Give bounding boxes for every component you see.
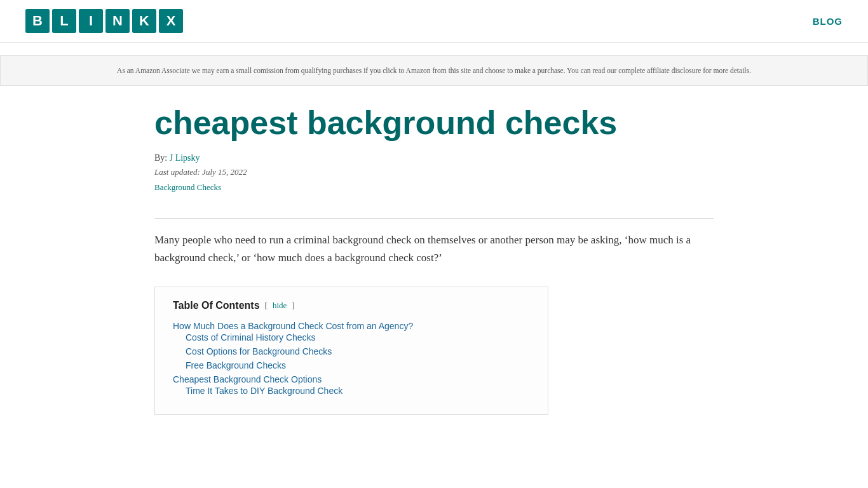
category-link[interactable]: Background Checks	[154, 182, 221, 193]
toc-item: Cheapest Background Check OptionsTime It…	[173, 374, 530, 396]
affiliate-text: As an Amazon Associate we may earn a sma…	[117, 67, 751, 74]
toc-sub-item: Costs of Criminal History Checks	[186, 332, 530, 343]
toc-sub-item: Free Background Checks	[186, 360, 530, 371]
intro-paragraph: Many people who need to run a criminal b…	[154, 231, 714, 268]
toc-close-bracket: ]	[292, 301, 294, 311]
logo-letter-x: X	[159, 9, 183, 33]
toc-sub-link[interactable]: Time It Takes to DIY Background Check	[186, 386, 342, 396]
toc-open-bracket: [	[265, 301, 268, 311]
toc-link[interactable]: How Much Does a Background Check Cost fr…	[173, 321, 413, 331]
author-prefix: By:	[154, 153, 170, 163]
toc-title: Table Of Contents	[173, 300, 260, 311]
author-link[interactable]: J Lipsky	[170, 153, 200, 163]
toc-sublist: Time It Takes to DIY Background Check	[173, 385, 530, 396]
toc-sub-link[interactable]: Free Background Checks	[186, 360, 286, 370]
toc-sub-item: Cost Options for Background Checks	[186, 346, 530, 357]
toc-sub-item: Time It Takes to DIY Background Check	[186, 385, 530, 396]
site-header: BLINKX BLOG	[0, 0, 868, 43]
author-line: By: J Lipsky	[154, 153, 714, 163]
toc-header: Table Of Contents [ hide ]	[173, 300, 530, 311]
toc-sub-link[interactable]: Costs of Criminal History Checks	[186, 332, 316, 342]
logo-letter-i: I	[79, 9, 103, 33]
toc-link[interactable]: Cheapest Background Check Options	[173, 374, 322, 384]
table-of-contents: Table Of Contents [ hide ] How Much Does…	[154, 287, 548, 415]
logo-letter-b: B	[25, 9, 50, 33]
date-line: Last updated: July 15, 2022	[154, 167, 714, 177]
affiliate-notice: As an Amazon Associate we may earn a sma…	[0, 55, 868, 86]
logo-letter-n: N	[105, 9, 130, 33]
content-wrapper: cheapest background checks By: J Lipsky …	[129, 105, 739, 415]
divider	[154, 218, 714, 219]
toc-list: How Much Does a Background Check Cost fr…	[173, 320, 530, 396]
toc-item: How Much Does a Background Check Cost fr…	[173, 320, 530, 371]
article-title: cheapest background checks	[154, 105, 714, 141]
toc-sub-link[interactable]: Cost Options for Background Checks	[186, 346, 332, 356]
toc-sublist: Costs of Criminal History ChecksCost Opt…	[173, 332, 530, 371]
nav-blog-link[interactable]: BLOG	[813, 16, 843, 27]
logo-letter-k: K	[132, 9, 156, 33]
toc-toggle[interactable]: hide	[273, 301, 287, 311]
logo-letter-l: L	[52, 9, 76, 33]
logo[interactable]: BLINKX	[25, 9, 183, 33]
